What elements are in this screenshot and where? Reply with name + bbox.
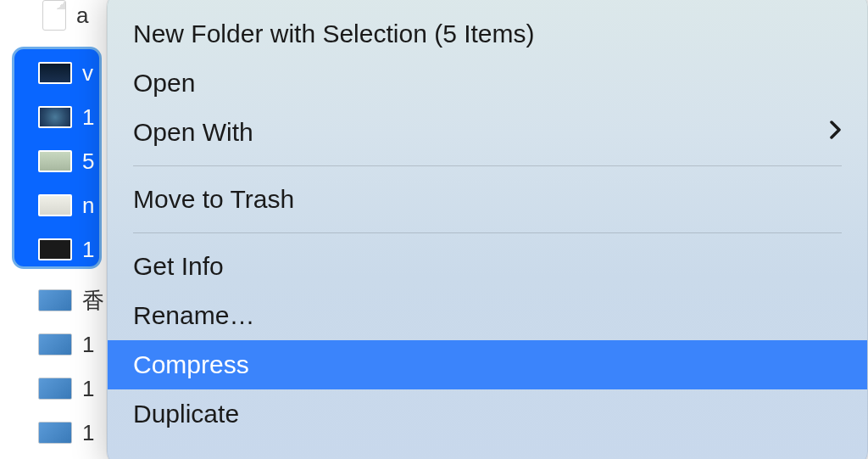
file-row[interactable]: a xyxy=(8,0,106,34)
image-thumbnail-icon xyxy=(38,289,72,311)
menu-item-compress[interactable]: Compress xyxy=(108,340,867,389)
menu-item-new-folder-with-selection[interactable]: New Folder with Selection (5 Items) xyxy=(108,9,867,59)
file-row[interactable]: 1 xyxy=(8,227,106,271)
image-thumbnail-icon xyxy=(38,333,72,355)
selected-files: v 1 5 n 1 xyxy=(8,51,106,271)
file-label: 1 xyxy=(82,237,94,263)
file-row[interactable]: 5 xyxy=(8,139,106,183)
menu-item-duplicate[interactable]: Duplicate xyxy=(108,389,867,439)
file-row[interactable]: v xyxy=(8,51,106,95)
file-row[interactable]: 香 xyxy=(8,278,106,322)
image-thumbnail-icon xyxy=(38,106,72,128)
menu-item-get-info[interactable]: Get Info xyxy=(108,242,867,291)
menu-item-label: Get Info xyxy=(133,252,224,281)
menu-item-label: Open With xyxy=(133,118,253,147)
menu-item-label: Rename… xyxy=(133,301,254,330)
file-label: 1 xyxy=(82,376,94,402)
file-label: 1 xyxy=(82,420,94,446)
file-row[interactable]: n xyxy=(8,183,106,227)
file-label: 1 xyxy=(82,332,94,358)
file-row[interactable]: 1 xyxy=(8,367,106,411)
menu-item-label: Open xyxy=(133,69,195,98)
menu-item-open[interactable]: Open xyxy=(108,59,867,108)
image-thumbnail-icon xyxy=(38,238,72,260)
menu-item-label: Compress xyxy=(133,350,249,379)
file-label: 5 xyxy=(82,148,94,175)
menu-item-label: New Folder with Selection (5 Items) xyxy=(133,20,535,48)
menu-item-rename[interactable]: Rename… xyxy=(108,291,867,340)
image-thumbnail-icon xyxy=(38,194,72,216)
image-thumbnail-icon xyxy=(38,62,72,84)
file-row[interactable]: 1 xyxy=(8,95,106,139)
image-thumbnail-icon xyxy=(38,422,72,444)
document-icon xyxy=(42,0,66,31)
menu-item-label: Duplicate xyxy=(133,400,239,428)
file-label: n xyxy=(82,193,94,219)
file-row[interactable]: 1 xyxy=(8,411,106,455)
chevron-right-icon xyxy=(830,120,842,144)
finder-window: a v 1 5 n 1 香 1 xyxy=(0,0,868,459)
image-thumbnail-icon xyxy=(38,378,72,400)
file-row[interactable]: 1 xyxy=(8,322,106,367)
context-menu: New Folder with Selection (5 Items) Open… xyxy=(107,0,868,459)
file-label: 香 xyxy=(82,286,104,316)
file-label: 1 xyxy=(82,104,94,131)
file-label: v xyxy=(82,60,93,87)
file-list: a xyxy=(8,0,106,34)
menu-item-open-with[interactable]: Open With xyxy=(108,108,867,157)
menu-item-move-to-trash[interactable]: Move to Trash xyxy=(108,175,867,224)
menu-item-label: Move to Trash xyxy=(133,185,294,214)
menu-divider xyxy=(133,232,842,233)
file-label: a xyxy=(76,3,88,29)
menu-divider xyxy=(133,165,842,166)
image-thumbnail-icon xyxy=(38,150,72,172)
unselected-files: 香 1 1 1 xyxy=(8,278,106,455)
